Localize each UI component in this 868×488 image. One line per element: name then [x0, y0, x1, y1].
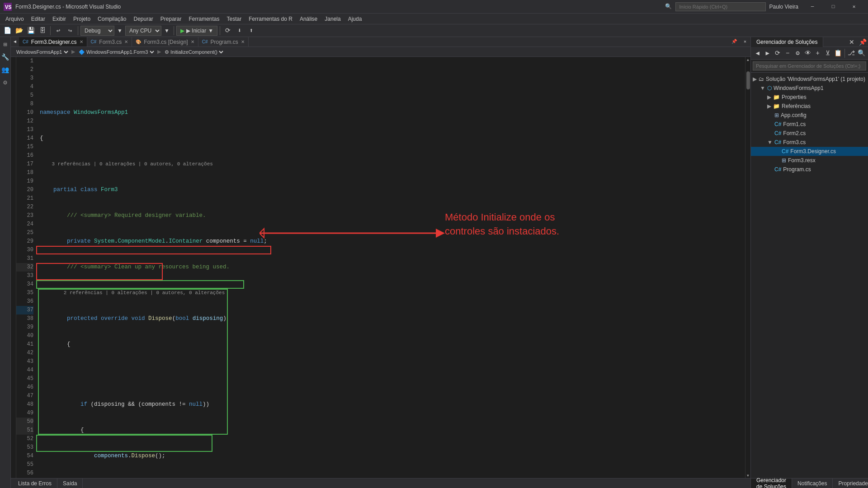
menu-arquivo[interactable]: Arquivo: [2, 14, 28, 24]
se-sync-button[interactable]: ⟳: [773, 48, 782, 59]
menu-exibir[interactable]: Exibir: [49, 14, 70, 24]
se-tabs-header: Gerenciador de Soluções ✕ 📌: [751, 37, 868, 47]
se-form1-node[interactable]: C# Form1.cs: [751, 120, 868, 129]
se-program-node[interactable]: C# Program.cs: [751, 165, 868, 174]
toolbar-redo[interactable]: ↪: [65, 25, 75, 36]
maximize-button[interactable]: □: [823, 0, 844, 14]
editor-wrapper: 12345 8101213 1415161718 1920212223 2425…: [11, 57, 750, 478]
quick-search-input[interactable]: [675, 2, 766, 11]
outlining-margin: [11, 57, 16, 478]
se-bottom-tab-main[interactable]: Gerenciador de Soluções: [751, 479, 792, 488]
menu-compilacao[interactable]: Compilação: [94, 14, 130, 24]
toolbar-start-button[interactable]: ▶ ▶ Iniciar ▼: [176, 26, 217, 36]
menu-ajuda[interactable]: Ajuda: [344, 14, 366, 24]
toolbar-undo[interactable]: ↩: [53, 25, 64, 36]
scroll-down-button[interactable]: ▼: [745, 473, 751, 478]
start-dropdown-icon: ▼: [208, 28, 213, 34]
se-tab-solution-explorer[interactable]: Gerenciador de Soluções: [751, 37, 823, 47]
se-form3-designer-node[interactable]: C# Form3.Designer.cs: [751, 147, 868, 156]
tab-close-program[interactable]: ✕: [241, 39, 245, 44]
toolbar-save[interactable]: 💾: [25, 25, 36, 36]
se-form3-node[interactable]: ▼ C# Form3.cs: [751, 138, 868, 147]
tab-program[interactable]: C# Program.cs ✕: [198, 37, 249, 47]
se-collapse-button[interactable]: −: [783, 48, 793, 59]
sidebar-server-explorer[interactable]: ⊞: [0, 39, 11, 50]
menu-analise[interactable]: Análise: [296, 14, 321, 24]
bottom-tabs: Lista de Erros Saída: [11, 478, 750, 488]
se-git-button[interactable]: ⎇: [847, 48, 856, 59]
menu-janela[interactable]: Janela: [321, 14, 344, 24]
tab-form3-design[interactable]: 🎨 Form3.cs [Design] ✕: [132, 37, 198, 47]
toolbar-config-dropdown[interactable]: Debug Release: [80, 26, 114, 36]
se-references-expand-icon: ▶: [767, 103, 771, 109]
sidebar-team-explorer[interactable]: 👥: [0, 64, 11, 75]
nav-method-dropdown[interactable]: ⚙ InitializeComponent(): [163, 49, 225, 55]
close-button[interactable]: ✕: [844, 0, 864, 14]
se-project-node[interactable]: ▼ ⬡ WindowsFormsApp1: [751, 84, 868, 93]
menu-ferramentas[interactable]: Ferramentas: [185, 14, 223, 24]
nav-class-dropdown[interactable]: 🔷 WindowsFormsApp1.Form3: [77, 49, 156, 55]
sidebar-toolbox[interactable]: 🔧: [0, 52, 11, 62]
minimize-button[interactable]: ─: [802, 0, 823, 14]
tab-close-form3-design[interactable]: ✕: [191, 39, 194, 44]
se-back-button[interactable]: ◀: [753, 48, 762, 59]
sidebar-properties[interactable]: ⚙: [0, 77, 11, 88]
code-content[interactable]: namespace WindowsFormsApp1 { 3 referênci…: [36, 57, 745, 478]
se-find-button[interactable]: 🔍: [857, 48, 866, 59]
toolbar-sep-2: [78, 26, 78, 35]
se-bottom-tab-properties[interactable]: Propriedades: [833, 479, 868, 488]
se-appconfig-node[interactable]: ⊞ App.config: [751, 111, 868, 120]
tab-form3-designer[interactable]: C# Form3.Designer.cs ✕: [19, 37, 87, 47]
se-form3-resx-node[interactable]: ⊞ Form3.resx: [751, 156, 868, 165]
scroll-up-button[interactable]: ▲: [745, 57, 751, 62]
se-forward-button[interactable]: ▶: [763, 48, 772, 59]
se-pin-button[interactable]: 📌: [857, 37, 868, 47]
toolbar-open[interactable]: 📂: [14, 25, 24, 36]
menu-ferramentas-r[interactable]: Ferramentas do R: [245, 14, 296, 24]
toolbar-new-project[interactable]: 📄: [2, 25, 13, 36]
se-properties-button[interactable]: ⚙: [793, 48, 802, 59]
se-sep: [844, 49, 845, 58]
bottom-tab-errors-label: Lista de Erros: [18, 480, 52, 487]
menu-editar[interactable]: Editar: [28, 14, 49, 24]
se-bottom-tab-notifications[interactable]: Notificações: [792, 479, 833, 488]
tab-close-form3-designer[interactable]: ✕: [80, 39, 83, 44]
se-form2-node[interactable]: C# Form2.cs: [751, 129, 868, 138]
se-form2-label: Form2.cs: [783, 130, 806, 136]
se-preview-button[interactable]: 📋: [833, 48, 843, 59]
tab-pin-button[interactable]: 📌: [729, 37, 740, 47]
menu-preparar[interactable]: Preparar: [157, 14, 185, 24]
se-properties-node[interactable]: ▶ 📁 Properties: [751, 93, 868, 102]
menu-projeto[interactable]: Projeto: [70, 14, 94, 24]
vertical-scrollbar[interactable]: ▲ ▼: [745, 57, 750, 478]
se-filter-button[interactable]: ⊻: [823, 48, 832, 59]
toolbar-step-into[interactable]: ⬇: [234, 25, 245, 36]
tab-list-button[interactable]: ◀: [11, 37, 19, 47]
tab-form3[interactable]: C# Form3.cs ✕: [87, 37, 132, 47]
toolbar-save-all[interactable]: 🗄: [37, 25, 48, 36]
bottom-tab-errors[interactable]: Lista de Erros: [13, 479, 57, 488]
menu-testar[interactable]: Testar: [223, 14, 245, 24]
se-show-all-button[interactable]: 👁: [803, 48, 812, 59]
se-close-button[interactable]: ✕: [846, 37, 857, 47]
nav-sep-1: ▶: [71, 49, 75, 55]
se-search-container: [751, 60, 868, 73]
tab-close-all-button[interactable]: ✕: [740, 37, 750, 47]
tabs-bar: ◀ C# Form3.Designer.cs ✕ C# Form3.cs ✕ 🎨…: [11, 37, 750, 47]
se-references-node[interactable]: ▶ 📁 Referências: [751, 102, 868, 111]
toolbar-step-out[interactable]: ⬆: [246, 25, 257, 36]
toolbar-step-over[interactable]: ⟳: [222, 25, 233, 36]
code-line-19: }: [40, 478, 745, 478]
tab-close-form3[interactable]: ✕: [124, 39, 128, 44]
toolbar-platform-dropdown[interactable]: Any CPU: [125, 26, 161, 36]
scroll-thumb[interactable]: [746, 71, 750, 89]
line-numbers: 12345 8101213 1415161718 1920212223 2425…: [16, 57, 36, 478]
se-solution-node[interactable]: ▶ 🗂 Solução 'WindowsFormsApp1' (1 projet…: [751, 75, 868, 84]
bottom-tab-output[interactable]: Saída: [57, 479, 83, 488]
tab-label-form3: Form3.cs: [99, 39, 122, 45]
menu-depurar[interactable]: Depurar: [130, 14, 156, 24]
se-add-button[interactable]: +: [813, 48, 822, 59]
se-search-input[interactable]: [753, 61, 866, 70]
editor-area: ◀ C# Form3.Designer.cs ✕ C# Form3.cs ✕ 🎨…: [11, 37, 750, 488]
nav-project-dropdown[interactable]: WindowsFormsApp1: [14, 49, 70, 55]
